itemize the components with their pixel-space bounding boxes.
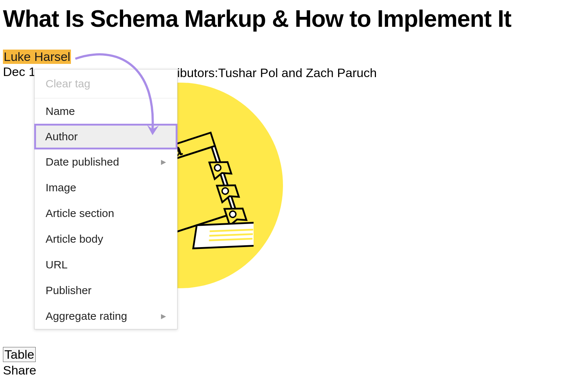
dropdown-item-label: Aggregate rating <box>46 310 127 322</box>
dropdown-item-date-published[interactable]: Date published ▶ <box>35 149 177 175</box>
chevron-right-icon: ▶ <box>161 158 166 166</box>
clear-tag-option: Clear tag <box>35 69 177 98</box>
dropdown-item-author[interactable]: Author <box>34 124 178 149</box>
dropdown-item-label: Image <box>46 181 76 194</box>
contributor-2: Zach Paruch <box>306 66 377 80</box>
chevron-right-icon: ▶ <box>161 312 166 320</box>
dropdown-item-label: Date published <box>46 156 119 168</box>
dropdown-item-label: Article body <box>46 233 103 245</box>
author-tag-highlight[interactable]: Luke Harsel <box>3 50 71 64</box>
page-title: What Is Schema Markup & How to Implement… <box>0 0 588 31</box>
dropdown-item-label: Publisher <box>46 284 92 297</box>
table-of-contents-link[interactable]: Table <box>3 347 36 362</box>
contributors-label: ibutors: <box>177 66 218 80</box>
share-link[interactable]: Share <box>3 363 36 377</box>
dropdown-item-url[interactable]: URL <box>35 252 177 278</box>
and-text: and <box>278 66 306 80</box>
dropdown-item-article-body[interactable]: Article body <box>35 226 177 252</box>
dropdown-item-aggregate-rating[interactable]: Aggregate rating ▶ <box>35 303 177 329</box>
dropdown-item-label: Article section <box>46 207 114 220</box>
dropdown-item-label: URL <box>46 258 68 271</box>
dropdown-item-image[interactable]: Image <box>35 175 177 200</box>
dropdown-item-article-section[interactable]: Article section <box>35 200 177 226</box>
contributor-1: Tushar Pol <box>218 66 278 80</box>
dropdown-item-label: Author <box>45 130 78 143</box>
dropdown-item-publisher[interactable]: Publisher <box>35 278 177 303</box>
contributors-line: ibutors:Tushar Pol and Zach Paruch <box>177 66 377 80</box>
dropdown-item-name[interactable]: Name <box>35 98 177 124</box>
schema-tag-dropdown[interactable]: Clear tag Name Author Date published ▶ I… <box>34 69 178 329</box>
dropdown-item-label: Name <box>46 105 75 117</box>
